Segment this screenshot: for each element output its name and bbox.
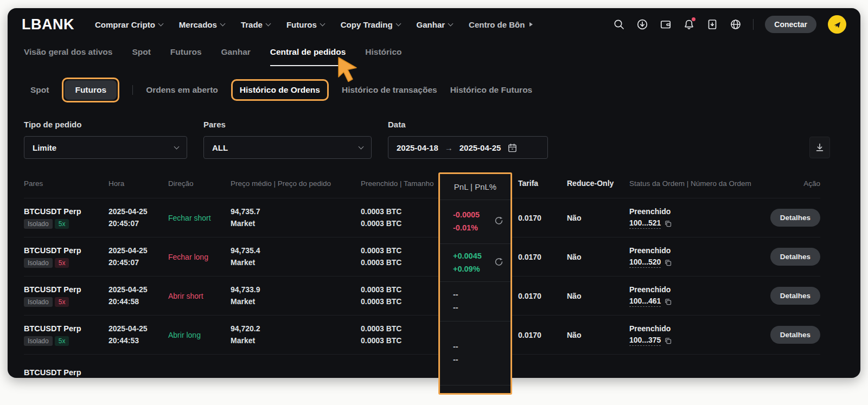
app-download-icon[interactable]	[706, 18, 718, 30]
fee-value: 0.0170	[515, 214, 564, 222]
tab-historico-de-ordens[interactable]: Histórico de Ordens	[240, 85, 320, 95]
avg-price: 94,733.9	[231, 284, 358, 296]
tab-ordens-em-aberto[interactable]: Ordens em aberto	[146, 85, 218, 95]
divider	[753, 19, 754, 30]
pair-name: BTCUSDT Perp	[24, 324, 105, 333]
tab-historico-de-futuros[interactable]: Histórico de Futuros	[450, 85, 533, 95]
col-preco: Preço médio | Preço do pedido	[227, 179, 358, 188]
calendar-icon	[507, 143, 518, 153]
menu-ganhar[interactable]: Ganhar	[417, 20, 453, 29]
details-button[interactable]: Detalhes	[770, 248, 820, 266]
tab-futuros[interactable]: Futuros	[65, 80, 117, 100]
menu-comprar-cripto[interactable]: Comprar Cripto	[95, 20, 163, 29]
order-number-line: 100...520	[629, 258, 761, 268]
reduce-only-value: Não	[564, 214, 626, 222]
account-subnav: Visão geral dos ativos Spot Futuros Ganh…	[8, 47, 860, 71]
order-type-value: Market	[231, 296, 358, 308]
details-button[interactable]: Detalhes	[770, 326, 820, 344]
pnl-row: -- --	[440, 322, 510, 385]
reduce-only-value: Não	[564, 292, 626, 300]
copy-icon[interactable]	[664, 337, 672, 345]
menu-centro-de-bonus[interactable]: Centro de Bôn	[469, 20, 533, 29]
date-range-picker[interactable]: 2025-04-18 → 2025-04-25	[388, 136, 548, 159]
table-header: Pares Hora Direção Preço médio | Preço d…	[24, 176, 820, 190]
pair-name: BTCUSDT Perp	[24, 368, 105, 377]
arrow-right-icon: →	[445, 143, 453, 152]
col-status: Status da Ordem | Número da Ordem	[626, 179, 761, 188]
order-type-select[interactable]: Limite	[24, 136, 187, 159]
tab-historico-de-transacoes[interactable]: Histórico de transações	[342, 85, 437, 95]
lbank-logo[interactable]: LBANK	[22, 16, 74, 33]
support-avatar-icon[interactable]	[828, 15, 846, 34]
order-time: 20:45:07	[108, 257, 165, 269]
order-size: 0.0003 BTC	[361, 218, 439, 230]
filled-amount: 0.0003 BTC	[361, 206, 439, 218]
table-row: BTCUSDT Perp Isolado 5x 2025-04-25 20:44…	[24, 276, 820, 315]
order-status: Preenchido	[629, 207, 761, 216]
order-status: Preenchido	[629, 285, 761, 294]
nav-actions: Conectar	[613, 15, 846, 34]
copy-icon[interactable]	[664, 259, 672, 267]
order-number[interactable]: 100...461	[629, 297, 661, 307]
fee-value: 0.0170	[515, 292, 564, 300]
order-time: 20:44:58	[108, 296, 165, 308]
filled-amount: 0.0003 BTC	[361, 284, 439, 296]
pnl-percent: --	[453, 301, 458, 314]
details-button[interactable]: Detalhes	[770, 209, 820, 227]
language-globe-icon[interactable]	[730, 18, 742, 30]
order-type-value: Market	[231, 335, 358, 347]
order-number[interactable]: 100...520	[629, 258, 661, 268]
filter-label: Data	[388, 120, 548, 129]
subnav-historico[interactable]: Histórico	[365, 47, 401, 65]
menu-copy-trading[interactable]: Copy Trading	[341, 20, 400, 29]
connect-button[interactable]: Conectar	[765, 16, 816, 33]
leverage-badge: 5x	[55, 258, 69, 268]
copy-icon[interactable]	[664, 220, 672, 228]
order-date: 2025-04-25	[108, 323, 165, 335]
order-date: 2025-04-25	[108, 245, 165, 257]
subnav-spot[interactable]: Spot	[132, 47, 150, 65]
share-icon[interactable]	[494, 216, 504, 228]
leverage-badge: 5x	[55, 297, 69, 307]
search-icon[interactable]	[613, 18, 625, 30]
order-number-line: 100...375	[629, 336, 761, 346]
margin-badge: Isolado	[24, 297, 53, 307]
annotation-box-historico-de-ordens: Histórico de Ordens	[231, 79, 329, 101]
pnl-value: -0.0005	[453, 209, 480, 222]
download-icon[interactable]	[636, 18, 648, 30]
order-type-value: Market	[231, 257, 358, 269]
leverage-badge: 5x	[55, 336, 69, 346]
subnav-ganhar[interactable]: Ganhar	[221, 47, 251, 65]
pairs-select[interactable]: ALL	[203, 136, 372, 159]
pnl-row: +0.0045 +0.09%	[440, 244, 510, 282]
margin-badge: Isolado	[24, 336, 53, 346]
menu-trade[interactable]: Trade	[241, 20, 270, 29]
subnav-visao-geral[interactable]: Visão geral dos ativos	[24, 47, 112, 65]
chevron-down-icon	[158, 21, 163, 26]
share-icon[interactable]	[494, 256, 504, 269]
notification-icon[interactable]	[683, 18, 695, 30]
col-hora: Hora	[105, 179, 165, 188]
pnl-value: --	[453, 288, 458, 301]
copy-icon[interactable]	[664, 298, 672, 306]
details-button[interactable]: Detalhes	[770, 287, 820, 305]
export-download-button[interactable]	[809, 137, 830, 158]
tab-spot[interactable]: Spot	[30, 85, 49, 95]
chevron-down-icon	[174, 144, 180, 149]
pnl-panel-body: -0.0005 -0.01% +0.0045 +0.09% -- -- -- -…	[440, 200, 510, 385]
menu-mercados[interactable]: Mercados	[179, 20, 225, 29]
table-row: BTCUSDT Perp Isolado 5x 2025-04-25 20:44…	[24, 315, 820, 354]
filled-amount: 0.0003 BTC	[361, 323, 439, 335]
order-number[interactable]: 100...521	[629, 218, 661, 229]
order-number[interactable]: 100...375	[629, 336, 661, 346]
annotation-box-futuros: Futuros	[62, 78, 119, 102]
pnl-annotation-panel: PnL | PnL% -0.0005 -0.01% +0.0045 +0.09%…	[438, 172, 512, 395]
divider	[132, 85, 133, 95]
subnav-futuros[interactable]: Futuros	[170, 47, 202, 65]
subnav-central-de-pedidos[interactable]: Central de pedidos	[270, 47, 346, 66]
wallet-icon[interactable]	[660, 18, 672, 30]
menu-futuros[interactable]: Futuros	[286, 20, 324, 29]
order-time: 20:45:07	[108, 218, 165, 230]
order-size: 0.0003 BTC	[361, 296, 439, 308]
filter-pairs: Pares ALL	[203, 120, 372, 159]
